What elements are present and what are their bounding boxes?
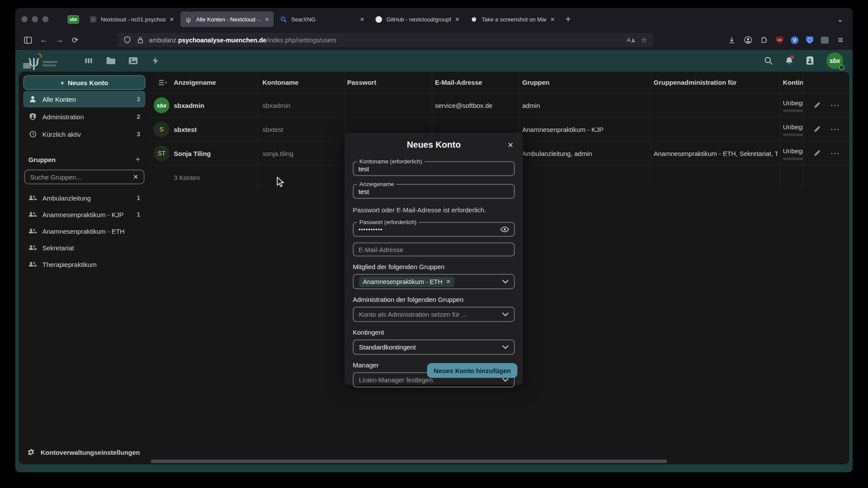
member-groups-select[interactable]: Anamnesenpraktikum - ETH ✕ (353, 274, 515, 289)
files-icon[interactable] (106, 55, 116, 66)
new-account-button[interactable]: + Neues Konto (23, 75, 145, 90)
column-header-kontoname[interactable]: Kontoname (262, 72, 344, 93)
row-actions-menu-icon[interactable]: ⋯ (827, 142, 843, 165)
remove-chip-icon[interactable]: ✕ (446, 278, 451, 285)
bitwarden-icon[interactable] (806, 36, 813, 44)
close-window-button[interactable] (21, 16, 28, 22)
extensions-puzzle-icon[interactable] (760, 36, 768, 45)
contacts-icon[interactable] (806, 56, 814, 65)
horizontal-scrollbar[interactable] (151, 460, 667, 463)
new-tab-button[interactable]: + (561, 12, 575, 26)
password-email-hint: Passwort oder E-Mail-Adresse ist erforde… (353, 206, 515, 214)
edit-pencil-icon[interactable] (809, 142, 825, 165)
github-favicon (375, 16, 382, 23)
user-avatar[interactable]: sbx (827, 52, 843, 69)
group-search-field[interactable]: ✕ (24, 170, 145, 184)
reload-button[interactable]: ⟳ (68, 33, 83, 47)
email-field[interactable] (353, 242, 515, 256)
tracking-shield-icon[interactable] (123, 36, 131, 45)
sort-columns-icon[interactable] (155, 72, 170, 93)
close-dialog-icon[interactable]: ✕ (505, 139, 516, 151)
accounts-count-label: 3 Konten (174, 166, 259, 190)
group-item-therapiepraktikum[interactable]: Therapiepraktikum (23, 256, 145, 273)
tab-nextcloud-nc01[interactable]: Nextcloud - nc01.psychoanalyse ✕ (85, 11, 179, 27)
dashboard-icon[interactable] (83, 55, 94, 66)
account-icon[interactable] (744, 36, 752, 45)
url-text: ambulanz.psychoanalyse-muenchen.de/index… (149, 37, 337, 44)
member-groups-label: Mitglied der folgenden Gruppen (353, 263, 515, 270)
email-input[interactable] (358, 246, 509, 253)
akademie-logo[interactable]: ψ AkademieMünchen (21, 50, 69, 72)
url-bar[interactable]: ambulanz.psychoanalyse-muenchen.de/index… (117, 33, 654, 47)
maximize-window-button[interactable] (42, 16, 48, 22)
pinned-tab-sbx[interactable]: sbx (63, 11, 83, 27)
group-item-anamnesen-eth[interactable]: Anamnesenpraktikum - ETH (23, 223, 145, 239)
downloads-icon[interactable] (727, 36, 736, 45)
tab-alle-konten-active[interactable]: ψ Alle Konten - Nextcloud - Ambu ✕ (180, 11, 274, 27)
list-all-tabs-button[interactable]: ⌄ (834, 14, 847, 24)
translate-icon[interactable]: A (627, 36, 635, 45)
group-item-ambulanzleitung[interactable]: Ambulanzleitung 1 (23, 190, 145, 206)
selected-group-chip[interactable]: Anamnesenpraktikum - ETH ✕ (359, 277, 455, 287)
group-search-input[interactable] (30, 173, 133, 181)
anzeigename-input[interactable] (358, 188, 509, 195)
lock-icon[interactable] (136, 36, 145, 45)
ublock-icon[interactable]: UO (776, 36, 783, 44)
column-header-gruppen[interactable]: Gruppen (522, 72, 650, 93)
submit-new-account-button[interactable]: Neues Konto hinzufügen (427, 363, 517, 378)
quota-progress-bar (783, 110, 803, 112)
account-settings-footer[interactable]: Kontoverwaltungseinstellungen (23, 443, 145, 461)
add-group-icon[interactable]: + (135, 155, 140, 164)
column-header-gruppenadministration[interactable]: Gruppenadministration für (654, 72, 778, 93)
nextcloud-header: ψ AkademieMünchen (19, 50, 849, 72)
edit-pencil-icon[interactable] (809, 118, 825, 141)
privacy-extension-icon[interactable] (821, 37, 829, 44)
password-field[interactable]: Passwort (erforderlich) •••••••••• (353, 222, 515, 237)
tab-bar: sbx Nextcloud - nc01.psychoanalyse ✕ ψ A… (15, 8, 853, 31)
group-people-icon (28, 260, 37, 269)
quota-cell: Unbegrenzt (783, 118, 803, 141)
column-header-passwort[interactable]: Passwort (347, 72, 431, 93)
clear-search-icon[interactable]: ✕ (133, 173, 138, 181)
close-tab-icon[interactable]: ✕ (455, 16, 460, 23)
close-tab-icon[interactable]: ✕ (550, 16, 555, 23)
group-item-sekretariat[interactable]: Sekretariat (23, 239, 145, 256)
close-tab-icon[interactable]: ✕ (169, 16, 174, 23)
column-header-kontingent[interactable]: Kontingent (783, 72, 803, 93)
column-header-email[interactable]: E-Mail-Adresse (435, 72, 519, 93)
tab-screenshot-mac[interactable]: Take a screenshot on Mac - Ap ✕ (466, 11, 559, 27)
admin-groups-select[interactable]: Konto als Administration setzen für ... (353, 307, 515, 322)
tab-title: SearXNG (291, 16, 356, 23)
notifications-bell-icon[interactable] (785, 56, 793, 65)
group-item-anamnesen-kjp[interactable]: Anamnesenpraktikum - KJP 1 (23, 206, 145, 223)
column-header-anzeigename[interactable]: Anzeigename (174, 72, 259, 93)
vimium-icon[interactable]: V (791, 36, 799, 44)
quota-cell: Unbegrenzt (783, 93, 803, 117)
close-tab-icon[interactable]: ✕ (265, 16, 269, 23)
tab-searxng[interactable]: SearXNG ✕ (276, 11, 369, 27)
quota-select[interactable]: Standardkontingent (353, 339, 515, 355)
bookmark-star-icon[interactable]: ☆ (640, 36, 648, 45)
anzeigename-field[interactable]: Anzeigename (353, 184, 515, 199)
unified-search-icon[interactable] (764, 56, 773, 65)
minimize-window-button[interactable] (32, 16, 38, 22)
show-password-eye-icon[interactable] (500, 226, 509, 232)
row-actions-menu-icon[interactable]: ⋯ (827, 93, 843, 117)
row-actions-menu-icon[interactable]: ⋯ (827, 118, 843, 141)
tab-github[interactable]: GitHub - nextcloud/groupfolder ✕ (371, 11, 464, 27)
forward-button[interactable]: → (52, 33, 67, 47)
sidebar-toggle-icon[interactable] (21, 33, 35, 47)
sidebar-item-administration[interactable]: Administration 2 (23, 108, 145, 125)
kontoname-input[interactable] (358, 165, 509, 173)
kontoname-field[interactable]: Kontoname (erforderlich) (353, 161, 515, 176)
groups-cell: Ambulanzleitung, admin (522, 142, 650, 165)
close-tab-icon[interactable]: ✕ (360, 16, 365, 23)
menu-icon[interactable]: ≡ (836, 36, 845, 45)
edit-pencil-icon[interactable] (809, 93, 825, 117)
sidebar-item-kuerzlich-aktiv[interactable]: Kürzlich aktiv 3 (23, 126, 145, 142)
back-button[interactable]: ← (36, 33, 51, 47)
activity-icon[interactable] (150, 55, 161, 66)
photos-icon[interactable] (128, 55, 138, 66)
sidebar-item-alle-konten[interactable]: Alle Konten 3 (23, 91, 145, 107)
avatar: sbx (153, 93, 170, 117)
